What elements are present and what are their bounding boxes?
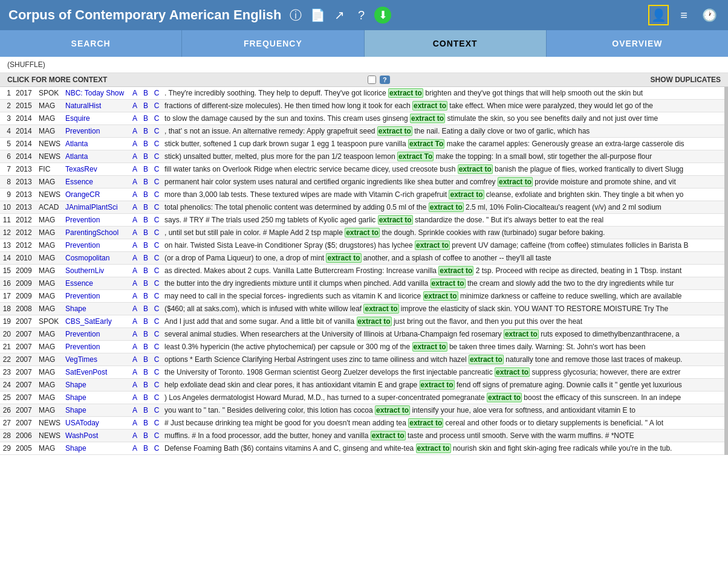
row-source[interactable]: Shape: [63, 392, 129, 404]
row-b[interactable]: B: [140, 442, 151, 455]
row-c[interactable]: C: [151, 227, 162, 239]
row-b[interactable]: B: [140, 239, 151, 252]
row-b[interactable]: B: [140, 315, 151, 328]
row-c[interactable]: C: [151, 265, 162, 277]
row-c[interactable]: C: [151, 214, 162, 227]
row-b[interactable]: B: [140, 290, 151, 303]
history-icon[interactable]: 🕐: [699, 5, 720, 25]
row-a[interactable]: A: [129, 214, 140, 227]
row-source[interactable]: SatEvenPost: [63, 366, 129, 379]
row-c[interactable]: C: [151, 138, 162, 150]
question-mark-badge[interactable]: ?: [380, 76, 390, 84]
more-context-button[interactable]: CLICK FOR MORE CONTEXT: [7, 76, 107, 84]
row-source[interactable]: VegTimes: [63, 353, 129, 366]
row-a[interactable]: A: [129, 87, 140, 100]
row-c[interactable]: C: [151, 328, 162, 341]
row-source[interactable]: WashPost: [63, 430, 129, 442]
row-b[interactable]: B: [140, 303, 151, 315]
row-b[interactable]: B: [140, 353, 151, 366]
row-source[interactable]: Shape: [63, 404, 129, 417]
row-source[interactable]: JAnimalPlantSci: [63, 201, 129, 214]
row-source[interactable]: Essence: [63, 176, 129, 189]
row-b[interactable]: B: [140, 366, 151, 379]
row-source[interactable]: SouthernLiv: [63, 265, 129, 277]
row-b[interactable]: B: [140, 379, 151, 392]
row-c[interactable]: C: [151, 125, 162, 138]
row-source[interactable]: USAToday: [63, 417, 129, 430]
row-b[interactable]: B: [140, 138, 151, 150]
row-c[interactable]: C: [151, 366, 162, 379]
row-source[interactable]: Prevention: [63, 214, 129, 227]
row-c[interactable]: C: [151, 442, 162, 455]
row-b[interactable]: B: [140, 87, 151, 100]
row-b[interactable]: B: [140, 163, 151, 176]
row-c[interactable]: C: [151, 163, 162, 176]
row-c[interactable]: C: [151, 341, 162, 353]
row-a[interactable]: A: [129, 265, 140, 277]
tab-overview[interactable]: OVERVIEW: [547, 30, 728, 57]
row-source[interactable]: NBC: Today Show: [63, 87, 129, 100]
row-c[interactable]: C: [151, 100, 162, 112]
row-c[interactable]: C: [151, 430, 162, 442]
row-b[interactable]: B: [140, 277, 151, 290]
row-b[interactable]: B: [140, 404, 151, 417]
row-b[interactable]: B: [140, 392, 151, 404]
user-icon[interactable]: 👤: [648, 5, 669, 25]
row-source[interactable]: Atlanta: [63, 150, 129, 163]
row-a[interactable]: A: [129, 290, 140, 303]
row-a[interactable]: A: [129, 315, 140, 328]
row-a[interactable]: A: [129, 392, 140, 404]
row-a[interactable]: A: [129, 150, 140, 163]
row-a[interactable]: A: [129, 404, 140, 417]
row-b[interactable]: B: [140, 328, 151, 341]
row-source[interactable]: Essence: [63, 277, 129, 290]
row-b[interactable]: B: [140, 417, 151, 430]
row-a[interactable]: A: [129, 353, 140, 366]
row-b[interactable]: B: [140, 214, 151, 227]
download-icon[interactable]: ⬇: [374, 7, 391, 24]
row-c[interactable]: C: [151, 201, 162, 214]
row-b[interactable]: B: [140, 430, 151, 442]
row-source[interactable]: Prevention: [63, 290, 129, 303]
tab-context[interactable]: CONTEXT: [365, 30, 547, 57]
row-c[interactable]: C: [151, 277, 162, 290]
row-b[interactable]: B: [140, 150, 151, 163]
row-a[interactable]: A: [129, 379, 140, 392]
row-c[interactable]: C: [151, 150, 162, 163]
row-c[interactable]: C: [151, 290, 162, 303]
row-a[interactable]: A: [129, 227, 140, 239]
row-source[interactable]: Shape: [63, 442, 129, 455]
row-b[interactable]: B: [140, 176, 151, 189]
row-b[interactable]: B: [140, 265, 151, 277]
row-a[interactable]: A: [129, 442, 140, 455]
row-source[interactable]: Prevention: [63, 125, 129, 138]
row-c[interactable]: C: [151, 417, 162, 430]
row-b[interactable]: B: [140, 227, 151, 239]
document-icon[interactable]: 📄: [309, 7, 326, 24]
row-a[interactable]: A: [129, 417, 140, 430]
row-c[interactable]: C: [151, 252, 162, 265]
row-a[interactable]: A: [129, 430, 140, 442]
row-source[interactable]: OrangeCR: [63, 189, 129, 201]
row-source[interactable]: Shape: [63, 303, 129, 315]
row-b[interactable]: B: [140, 189, 151, 201]
row-a[interactable]: A: [129, 366, 140, 379]
row-source[interactable]: TexasRev: [63, 163, 129, 176]
row-a[interactable]: A: [129, 176, 140, 189]
row-b[interactable]: B: [140, 341, 151, 353]
row-a[interactable]: A: [129, 125, 140, 138]
tab-search[interactable]: SEARCH: [0, 30, 182, 57]
row-b[interactable]: B: [140, 252, 151, 265]
row-source[interactable]: Esquire: [63, 112, 129, 125]
row-a[interactable]: A: [129, 112, 140, 125]
row-c[interactable]: C: [151, 176, 162, 189]
row-a[interactable]: A: [129, 252, 140, 265]
row-a[interactable]: A: [129, 163, 140, 176]
row-a[interactable]: A: [129, 341, 140, 353]
row-source[interactable]: Prevention: [63, 341, 129, 353]
row-source[interactable]: CBS_SatEarly: [63, 315, 129, 328]
row-c[interactable]: C: [151, 87, 162, 100]
menu-icon[interactable]: ≡: [674, 5, 694, 25]
row-c[interactable]: C: [151, 315, 162, 328]
row-a[interactable]: A: [129, 303, 140, 315]
